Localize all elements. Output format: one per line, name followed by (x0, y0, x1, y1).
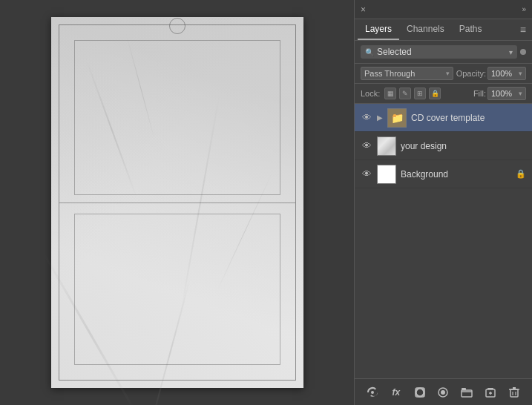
blend-row: Pass Through ▾ Opacity: 100% ▾ (355, 64, 532, 84)
svg-point-4 (441, 390, 445, 395)
layer-name-your-design: your design (401, 141, 526, 151)
fx-button[interactable]: fx (389, 385, 404, 400)
fill-label: Fill: (473, 89, 486, 98)
layer-item-background[interactable]: 👁 Background 🔒 (355, 160, 532, 188)
lock-artboard-button[interactable]: ⊞ (414, 88, 426, 99)
opacity-label: Opacity: (456, 69, 486, 78)
fill-input[interactable]: 100% ▾ (487, 87, 526, 100)
opacity-input[interactable]: 100% ▾ (487, 67, 526, 80)
cd-inner-top (74, 40, 280, 195)
canvas-area (0, 0, 354, 405)
new-group-button[interactable] (459, 385, 474, 400)
tab-paths[interactable]: Paths (452, 19, 490, 40)
visibility-icon-background[interactable]: 👁 (361, 168, 372, 180)
fill-group: Fill: 100% ▾ (473, 87, 526, 100)
lock-label: Lock: (361, 89, 380, 98)
canvas-wrapper (51, 17, 303, 388)
fill-value: 100% (491, 89, 512, 98)
layer-thumb-your-design (377, 136, 396, 156)
layer-thumb-background (377, 165, 396, 184)
search-indicator-dot (520, 49, 526, 55)
new-layer-button[interactable] (483, 385, 498, 400)
blend-dropdown-arrow: ▾ (446, 70, 450, 77)
layer-name-background: Background (401, 169, 511, 180)
tab-channels[interactable]: Channels (399, 19, 452, 40)
visibility-icon-your-design[interactable]: 👁 (361, 140, 372, 152)
link-layers-button[interactable] (365, 385, 380, 400)
layer-name-cd-cover: CD cover template (411, 113, 526, 123)
add-mask-button[interactable] (436, 385, 450, 400)
cd-divider (59, 202, 295, 203)
svg-rect-6 (462, 388, 466, 390)
bottom-toolbar: fx (355, 378, 532, 405)
expand-arrow-cd-cover[interactable]: ▶ (377, 113, 383, 122)
panel-close-button[interactable]: × (361, 4, 366, 15)
svg-point-2 (416, 389, 424, 396)
blend-mode-select[interactable]: Pass Through ▾ (361, 67, 453, 80)
svg-point-0 (416, 388, 424, 397)
panel-menu-icon[interactable]: ≡ (517, 21, 529, 39)
delete-layer-button[interactable] (507, 385, 522, 400)
cd-template-outline (59, 24, 296, 381)
layer-item-your-design[interactable]: 👁 your design (355, 132, 532, 160)
layer-thumb-cd-cover: 📁 (387, 108, 407, 128)
panel-titlebar: × » (355, 0, 532, 19)
lock-position-button[interactable]: ✎ (399, 88, 411, 99)
search-wrap: 🔍 ▾ (361, 45, 517, 59)
opacity-dropdown-arrow: ▾ (519, 70, 522, 77)
search-dropdown-arrow[interactable]: ▾ (509, 48, 513, 56)
blend-mode-label: Pass Through (364, 69, 415, 78)
tab-layers[interactable]: Layers (358, 19, 399, 40)
lock-icons: ▦ ✎ ⊞ 🔒 (384, 88, 469, 99)
svg-rect-8 (487, 388, 493, 389)
layer-item-cd-cover[interactable]: 👁 ▶ 📁 CD cover template (355, 104, 532, 132)
new-fill-layer-button[interactable] (413, 385, 427, 400)
fill-dropdown-arrow: ▾ (519, 90, 522, 97)
layer-list: 👁 ▶ 📁 CD cover template 👁 your design 👁 … (355, 104, 532, 378)
tabs-row: Layers Channels Paths ≡ (355, 19, 532, 41)
opacity-group: Opacity: 100% ▾ (456, 67, 526, 80)
visibility-icon-cd-cover[interactable]: 👁 (361, 112, 372, 124)
lock-icon-background: 🔒 (516, 169, 526, 179)
opacity-value: 100% (491, 69, 512, 78)
lock-all-button[interactable]: 🔒 (429, 88, 441, 99)
cd-inner-bottom (74, 214, 280, 365)
lock-pixels-button[interactable]: ▦ (384, 88, 396, 99)
search-row: 🔍 ▾ (355, 41, 532, 64)
search-input[interactable] (377, 47, 506, 57)
layers-panel: × » Layers Channels Paths ≡ 🔍 ▾ Pass Thr… (354, 0, 532, 405)
panel-expand-button[interactable]: » (522, 5, 526, 13)
lock-row: Lock: ▦ ✎ ⊞ 🔒 Fill: 100% ▾ (355, 84, 532, 104)
search-icon: 🔍 (365, 48, 374, 56)
svg-rect-11 (510, 389, 518, 397)
